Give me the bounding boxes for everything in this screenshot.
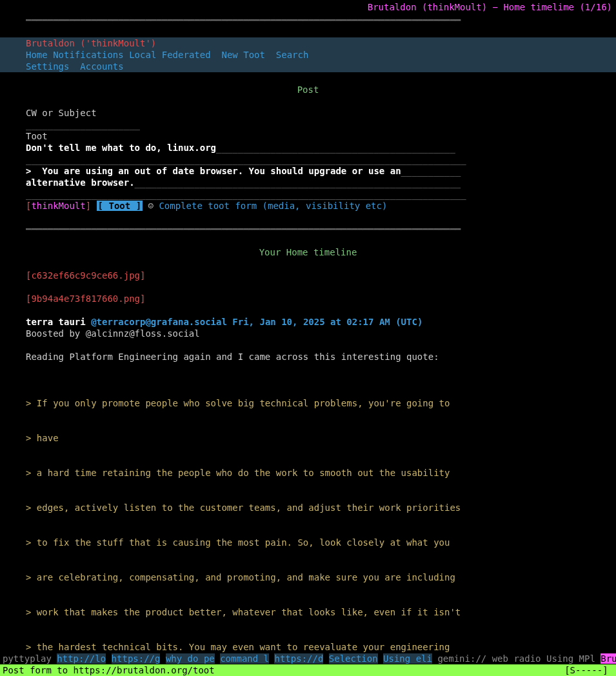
boosted-by: Boosted by @alcinnz@floss.social [26, 328, 590, 339]
nav-federated[interactable]: Federated [162, 50, 211, 60]
divider: ━━━━━━━━━━━━━━━━━━━━━━━━━━━━━━━━━━━━━━━━… [26, 223, 590, 235]
nav-home[interactable]: Home [26, 50, 48, 60]
nav-notifications[interactable]: Notifications [53, 50, 124, 60]
tab[interactable]: http://lo [57, 653, 106, 664]
author-handle[interactable]: @terracorp@grafana.social [91, 317, 227, 327]
toot-label: Toot [26, 130, 590, 142]
tab[interactable]: command l [220, 653, 269, 664]
tab[interactable]: Selection [329, 653, 378, 664]
toot-button[interactable]: [ Toot ] [97, 201, 143, 211]
tab[interactable]: why do pe [166, 653, 215, 664]
nav-local[interactable]: Local [129, 50, 156, 60]
tab[interactable]: pyttyplay [3, 653, 52, 664]
cw-input[interactable]: _____________________ [26, 119, 590, 130]
tab-active[interactable]: Brutaldo [601, 653, 616, 664]
image-link[interactable]: [c632ef66c9c9ce66.jpg] [26, 270, 590, 281]
nav-new-toot[interactable]: New Toot [221, 50, 264, 60]
brand-title: Brutaldon ('thinkMoult') [26, 37, 590, 49]
tab[interactable]: https://g [112, 653, 161, 664]
toot-header: terra tauri @terracorp@grafana.social Fr… [26, 316, 590, 328]
timestamp: Fri, Jan 10, 2025 at 02:17 AM (UTC) [232, 317, 422, 327]
post-heading: Post [26, 84, 590, 95]
toot-textarea[interactable]: Don't tell me what to do, linux.org_____… [26, 142, 590, 200]
tab[interactable]: Using eli [383, 653, 432, 664]
window-title: Brutaldon (thinkMoult) − Home timelime (… [0, 0, 616, 14]
emoji-icon[interactable]: ☺ [148, 201, 154, 211]
toot-quote: > If you only promote people who solve b… [26, 374, 590, 676]
nav-settings[interactable]: Settings [26, 61, 69, 72]
cw-label: CW or Subject [26, 107, 590, 119]
complete-form-link[interactable]: Complete toot form (media, visibility et… [159, 201, 387, 211]
status-left: Post form to https://brutaldon.org/toot [3, 664, 215, 676]
tab[interactable]: https://d [274, 653, 323, 664]
nav-search[interactable]: Search [276, 50, 309, 60]
toot-body-intro: Reading Platform Engineering again and I… [26, 351, 590, 363]
divider: ━━━━━━━━━━━━━━━━━━━━━━━━━━━━━━━━━━━━━━━━… [26, 14, 590, 26]
tab-bar: pyttyplay http://lo https://g why do pe … [0, 653, 616, 664]
posting-user: thinkMoult [31, 201, 85, 211]
image-link[interactable]: [9b94a4e73f817660.png] [26, 293, 590, 304]
status-bar: Post form to https://brutaldon.org/toot … [0, 664, 616, 676]
author-name[interactable]: terra tauri [26, 317, 86, 327]
main-nav: Home Notifications Local Federated New T… [26, 49, 590, 61]
nav-accounts[interactable]: Accounts [80, 61, 123, 72]
timeline-heading: Your Home timeline [26, 246, 590, 258]
tab[interactable]: gemini:// web radio Using MPl [437, 653, 595, 664]
status-right: [S-----] [564, 664, 613, 676]
